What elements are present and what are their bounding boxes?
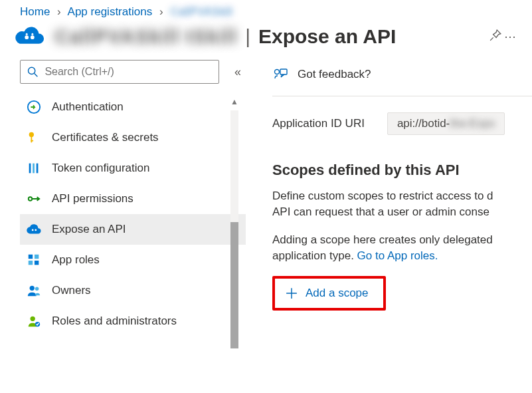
breadcrumb: Home › App registrations › CallPVASkill	[0, 0, 532, 21]
roles-admin-icon	[27, 314, 41, 328]
cloud-app-icon	[15, 26, 45, 47]
page-title: CallPVASkill tSkill | Expose an API	[54, 25, 483, 48]
scroll-thumb[interactable]	[230, 222, 238, 348]
scopes-description-2: Adding a scope here creates only delegat…	[272, 232, 532, 264]
sidebar: « Authentication Certificates & secrets …	[0, 60, 246, 379]
expose-api-icon	[27, 222, 41, 237]
go-to-app-roles-link[interactable]: Go to App roles.	[357, 249, 438, 262]
breadcrumb-home[interactable]: Home	[20, 5, 50, 18]
api-perm-icon	[27, 192, 41, 206]
svg-point-12	[32, 229, 34, 231]
divider	[272, 96, 532, 96]
svg-rect-6	[31, 136, 32, 142]
svg-line-3	[35, 74, 38, 77]
key-icon	[27, 130, 41, 145]
feedback-link[interactable]: Got feedback?	[272, 63, 532, 86]
page-subtitle: Expose an API	[258, 25, 396, 48]
search-input[interactable]	[43, 65, 212, 78]
add-scope-button[interactable]: Add a scope	[276, 280, 382, 307]
nav-item-label: App roles	[52, 253, 100, 267]
app-name: CallPVASkill tSkill	[54, 25, 237, 48]
feedback-label: Got feedback?	[298, 68, 371, 81]
svg-rect-10	[37, 164, 39, 174]
svg-point-0	[25, 35, 29, 39]
owners-icon	[27, 283, 41, 298]
feedback-icon	[272, 67, 288, 82]
app-id-uri-label: Application ID URI	[272, 117, 365, 130]
breadcrumb-separator: ›	[155, 5, 167, 18]
scopes-description-1: Define custom scopes to restrict access …	[272, 188, 532, 220]
nav-item-app-roles[interactable]: App roles	[20, 245, 246, 275]
breadcrumb-app-registrations[interactable]: App registrations	[68, 5, 153, 18]
nav-item-label: Expose an API	[52, 223, 126, 236]
nav-item-certificates[interactable]: Certificates & secrets	[20, 122, 246, 153]
page-header: CallPVASkill tSkill | Expose an API ⋯	[0, 21, 532, 60]
main-content: Got feedback? Application ID URI api://b…	[246, 60, 532, 379]
search-box[interactable]	[20, 60, 219, 84]
nav-item-token-config[interactable]: Token configuration	[20, 153, 246, 184]
svg-rect-16	[29, 261, 33, 265]
collapse-chevron-icon[interactable]: «	[230, 65, 246, 79]
svg-rect-9	[33, 164, 35, 174]
scopes-heading: Scopes defined by this API	[272, 162, 532, 179]
auth-icon	[27, 100, 41, 114]
svg-rect-8	[29, 164, 31, 174]
nav-item-api-permissions[interactable]: API permissions	[20, 184, 246, 214]
nav-item-authentication[interactable]: Authentication	[20, 92, 246, 122]
token-icon	[27, 161, 41, 176]
app-id-uri-blurred: the-Expo	[450, 117, 495, 130]
svg-rect-15	[35, 255, 39, 259]
svg-rect-7	[31, 140, 33, 142]
nav-item-owners[interactable]: Owners	[20, 275, 246, 306]
pin-icon[interactable]	[483, 27, 497, 47]
title-divider: |	[245, 25, 250, 48]
nav-item-expose-api[interactable]: Expose an API	[20, 214, 246, 245]
svg-point-2	[29, 67, 35, 74]
nav-item-label: Owners	[52, 284, 91, 297]
sidebar-scrollbar[interactable]: ▲	[228, 96, 240, 335]
svg-rect-23	[280, 69, 287, 74]
nav-item-roles-admins[interactable]: Roles and administrators	[20, 306, 246, 336]
svg-point-1	[31, 35, 35, 39]
nav-item-label: Authentication	[52, 100, 124, 114]
svg-point-11	[29, 197, 33, 201]
nav-item-label: Token configuration	[52, 162, 149, 175]
nav-list: Authentication Certificates & secrets To…	[20, 92, 246, 336]
app-id-uri-value[interactable]: api://botid-the-Expo	[387, 112, 505, 135]
svg-point-18	[30, 286, 35, 291]
scroll-arrow-up-icon[interactable]: ▲	[228, 96, 240, 108]
svg-point-19	[35, 287, 39, 291]
app-id-uri-row: Application ID URI api://botid-the-Expo	[272, 112, 532, 135]
svg-point-13	[35, 229, 37, 231]
tutorial-highlight: Add a scope	[272, 276, 386, 311]
svg-point-5	[29, 132, 34, 137]
plus-icon	[286, 287, 298, 299]
more-icon[interactable]: ⋯	[497, 27, 512, 47]
nav-item-label: Certificates & secrets	[52, 131, 159, 144]
breadcrumb-current[interactable]: CallPVASkill	[170, 5, 232, 18]
app-id-uri-prefix: api://botid-	[397, 117, 450, 130]
svg-rect-17	[35, 261, 39, 265]
breadcrumb-separator: ›	[53, 5, 65, 18]
add-scope-label: Add a scope	[306, 287, 369, 300]
svg-point-20	[31, 317, 35, 321]
svg-point-22	[275, 70, 280, 74]
nav-item-label: API permissions	[52, 192, 133, 205]
search-icon	[27, 66, 38, 78]
nav-item-label: Roles and administrators	[52, 315, 177, 328]
svg-rect-14	[29, 255, 33, 259]
app-roles-icon	[27, 253, 41, 267]
